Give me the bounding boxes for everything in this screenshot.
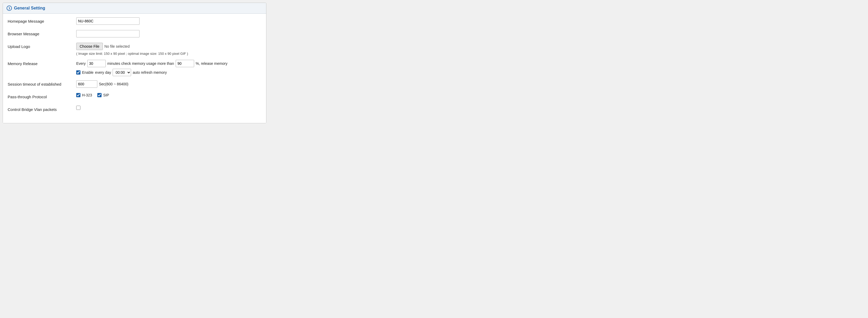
browser-message-label: Browser Message [8, 30, 76, 36]
sip-item: SIP [97, 93, 109, 97]
choose-file-button[interactable]: Choose File [76, 43, 103, 50]
control-bridge-row1 [76, 106, 261, 110]
session-timeout-row: Session timeout of established Sec(600 ~… [8, 80, 261, 89]
h323-label: H-323 [82, 93, 92, 97]
homepage-message-controls [76, 17, 261, 25]
control-bridge-controls [76, 106, 261, 110]
every-label: Every [76, 61, 86, 66]
no-file-text: No file selected [104, 44, 130, 48]
memory-minutes-input[interactable] [87, 60, 106, 67]
memory-enable-wrapper: Enable [76, 70, 94, 75]
memory-release-row: Memory Release Every minutes check memor… [8, 60, 261, 76]
memory-release-controls: Every minutes check memory usage more th… [76, 60, 261, 76]
control-bridge-label: Control Bridge Vlan packets [8, 106, 76, 112]
upload-logo-label: Upload Logo [8, 43, 76, 49]
passthrough-protocol-label: Pass-through Protocol [8, 93, 76, 99]
session-timeout-controls: Sec(600 ~ 86400) [76, 80, 261, 88]
memory-release-label: Memory Release [8, 60, 76, 66]
passthrough-protocol-controls: H-323 SIP [76, 93, 261, 97]
memory-percent-input[interactable] [176, 60, 194, 67]
upload-logo-hint-row: ( Image size limit: 150 x 90 pixel ; opt… [76, 51, 261, 56]
general-setting-panel: General Setting Homepage Message Browser… [3, 3, 267, 123]
control-bridge-checkbox[interactable] [76, 106, 81, 110]
memory-enable-label: Enable [82, 70, 94, 75]
h323-item: H-323 [76, 93, 92, 97]
browser-message-input[interactable] [76, 30, 140, 37]
passthrough-protocol-row: Pass-through Protocol H-323 SIP [8, 93, 261, 101]
control-bridge-row: Control Bridge Vlan packets [8, 106, 261, 114]
browser-message-row: Browser Message [8, 30, 261, 38]
sip-checkbox[interactable] [97, 93, 101, 97]
session-timeout-row1: Sec(600 ~ 86400) [76, 80, 261, 88]
memory-enable-checkbox[interactable] [76, 70, 81, 75]
memory-release-row2: Enable every day 00:00 01:00 02:00 03:00… [76, 69, 261, 76]
session-suffix: Sec(600 ~ 86400) [99, 82, 128, 86]
browser-message-controls [76, 30, 261, 37]
percent-suffix: %, release memory [196, 61, 228, 66]
memory-time-select[interactable]: 00:00 01:00 02:00 03:00 04:00 05:00 06:0… [113, 69, 131, 76]
image-hint: ( Image size limit: 150 x 90 pixel ; opt… [76, 51, 188, 56]
h323-checkbox[interactable] [76, 93, 81, 97]
panel-expand-icon[interactable] [7, 5, 12, 11]
upload-logo-file-row: Choose File No file selected [76, 43, 261, 50]
upload-logo-controls: Choose File No file selected ( Image siz… [76, 43, 261, 56]
sip-label: SIP [103, 93, 109, 97]
homepage-message-row: Homepage Message [8, 17, 261, 26]
upload-logo-row: Upload Logo Choose File No file selected… [8, 43, 261, 56]
homepage-message-input[interactable] [76, 17, 140, 25]
panel-title: General Setting [14, 6, 45, 10]
panel-header: General Setting [3, 3, 266, 14]
every-day-label: every day [95, 70, 111, 75]
session-timeout-input[interactable] [76, 80, 97, 88]
homepage-message-label: Homepage Message [8, 17, 76, 24]
auto-refresh-label: auto refresh memory [133, 70, 167, 75]
session-timeout-label: Session timeout of established [8, 80, 76, 86]
panel-body: Homepage Message Browser Message Upload … [3, 14, 266, 123]
memory-release-row1: Every minutes check memory usage more th… [76, 60, 261, 67]
protocol-group: H-323 SIP [76, 93, 261, 97]
check-text: minutes check memory usage more than [107, 61, 174, 66]
